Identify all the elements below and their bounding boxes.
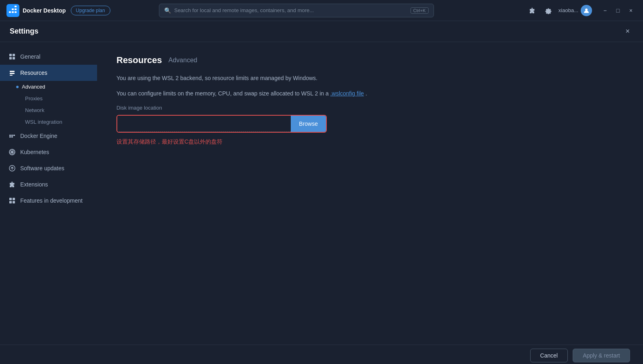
avatar [581, 5, 592, 16]
svg-rect-10 [9, 57, 12, 59]
sidebar-kubernetes-label: Kubernetes [20, 149, 49, 155]
sidebar-subitem-wsl[interactable]: WSL integration [12, 116, 97, 128]
extensions-sidebar-icon [8, 180, 16, 188]
general-icon [8, 53, 16, 61]
svg-rect-14 [10, 75, 13, 76]
software-updates-icon [8, 164, 16, 172]
sidebar-subitem-advanced[interactable]: Advanced [12, 81, 97, 93]
svg-rect-17 [13, 135, 15, 136]
svg-rect-5 [15, 8, 17, 10]
wslconfig-link[interactable]: .wslconfig file [330, 90, 364, 97]
sidebar-item-software-updates[interactable]: Software updates [0, 160, 97, 176]
sidebar-software-updates-label: Software updates [20, 165, 64, 171]
sidebar-proxies-label: Proxies [25, 95, 42, 102]
sidebar-resources-label: Resources [20, 70, 47, 76]
svg-rect-26 [9, 198, 12, 200]
username-label: xiaoba... [558, 7, 578, 13]
maximize-button[interactable]: □ [612, 5, 624, 16]
sidebar-subitem-network[interactable]: Network [12, 104, 97, 116]
svg-rect-27 [13, 198, 15, 200]
search-placeholder: Search for local and remote images, cont… [174, 7, 407, 13]
upgrade-plan-button[interactable]: Upgrade plan [71, 6, 110, 15]
svg-rect-12 [10, 71, 15, 72]
settings-title: Settings [10, 27, 38, 36]
docker-logo-icon [6, 4, 19, 17]
extensions-icon[interactable] [526, 4, 538, 17]
sidebar-advanced-label: Advanced [22, 84, 45, 90]
svg-rect-6 [15, 6, 17, 7]
svg-rect-15 [9, 135, 11, 136]
svg-rect-18 [9, 136, 11, 138]
svg-rect-1 [9, 11, 11, 13]
sidebar-subitem-proxies[interactable]: Proxies [12, 93, 97, 104]
description-config: You can configure limits on the memory, … [116, 89, 624, 98]
settings-icon[interactable] [542, 4, 554, 17]
sidebar-item-docker-engine[interactable]: Docker Engine [0, 128, 97, 144]
titlebar: Docker Desktop Upgrade plan 🔍 Search for… [0, 0, 643, 21]
svg-rect-4 [12, 8, 14, 10]
svg-rect-28 [9, 201, 12, 203]
svg-rect-3 [15, 11, 17, 13]
features-icon [8, 197, 16, 205]
svg-rect-29 [13, 201, 15, 203]
svg-rect-13 [10, 73, 15, 74]
search-shortcut-badge: Ctrl+K [410, 7, 429, 14]
docker-engine-icon [8, 132, 16, 140]
sidebar-general-label: General [20, 53, 40, 60]
sidebar-item-kubernetes[interactable]: Kubernetes [0, 144, 97, 160]
sidebar-wsl-label: WSL integration [25, 119, 62, 125]
app-logo-area: Docker Desktop [6, 4, 66, 17]
settings-header: Settings × [0, 21, 643, 42]
hint-text: 设置其存储路径，最好设置C盘以外的盘符 [116, 138, 624, 146]
disk-image-label: Disk image location [116, 105, 624, 111]
cancel-button[interactable]: Cancel [530, 349, 568, 362]
disk-location-input[interactable] [117, 116, 291, 132]
sidebar-features-label: Features in development [20, 197, 82, 204]
search-icon: 🔍 [164, 7, 171, 14]
sidebar: General Resources Advanced Proxies [0, 42, 97, 345]
window-controls: − □ × [599, 5, 637, 16]
sidebar-item-general[interactable]: General [0, 49, 97, 65]
sidebar-network-label: Network [25, 107, 44, 113]
svg-rect-19 [11, 136, 13, 138]
window-close-button[interactable]: × [625, 5, 637, 16]
search-bar[interactable]: 🔍 Search for local and remote images, co… [159, 4, 434, 17]
user-area[interactable]: xiaoba... [558, 5, 592, 16]
svg-rect-9 [13, 54, 15, 56]
actions-bar: Cancel Apply & restart [0, 345, 643, 364]
svg-rect-0 [6, 4, 19, 17]
svg-rect-11 [13, 57, 15, 59]
sidebar-extensions-label: Extensions [20, 181, 48, 188]
sidebar-item-resources[interactable]: Resources [0, 65, 97, 81]
browse-button[interactable]: Browse [291, 116, 326, 132]
resources-subitems: Advanced Proxies Network WSL integration [12, 81, 97, 128]
sidebar-docker-engine-label: Docker Engine [20, 133, 57, 139]
page-title: Resources [116, 55, 162, 66]
svg-rect-8 [9, 54, 12, 56]
content-area: Resources Advanced You are using the WSL… [97, 42, 643, 345]
kubernetes-icon [8, 148, 16, 156]
description-wsl: You are using the WSL 2 backend, so reso… [116, 74, 624, 83]
app-name-label: Docker Desktop [23, 7, 66, 14]
page-heading: Resources Advanced [116, 55, 624, 66]
sidebar-item-features[interactable]: Features in development [0, 193, 97, 209]
titlebar-right: xiaoba... − □ × [526, 4, 637, 17]
svg-rect-2 [12, 11, 14, 13]
advanced-dot [16, 86, 19, 88]
sidebar-item-extensions[interactable]: Extensions [0, 176, 97, 193]
resources-icon [8, 69, 16, 77]
svg-rect-16 [11, 135, 13, 136]
settings-close-button[interactable]: × [622, 26, 633, 37]
apply-restart-button[interactable]: Apply & restart [573, 349, 630, 362]
disk-location-container: Browse [116, 115, 327, 133]
page-subtitle: Advanced [169, 57, 197, 64]
minimize-button[interactable]: − [599, 5, 611, 16]
main-layout: General Resources Advanced Proxies [0, 42, 643, 345]
